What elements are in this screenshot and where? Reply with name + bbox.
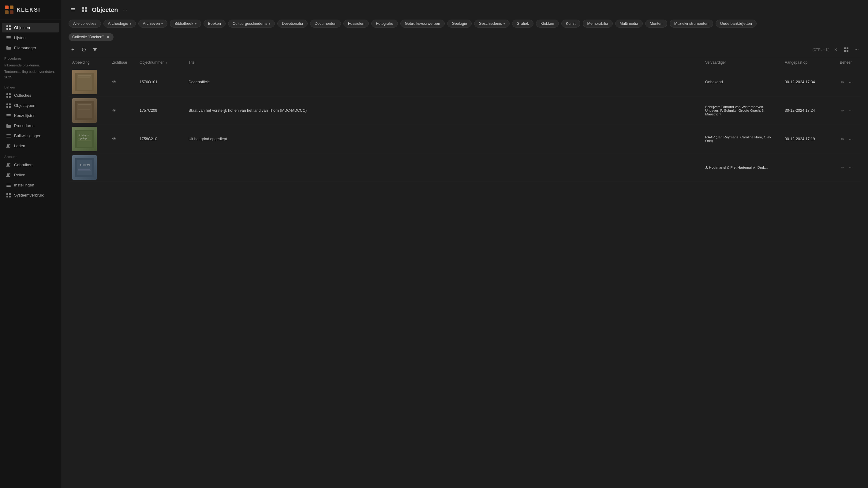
sidebar-item-collecties[interactable]: Collecties — [2, 91, 59, 100]
svg-rect-43 — [82, 10, 84, 12]
active-filter-tag[interactable]: Collectie "Boeken" ✕ — [68, 33, 114, 41]
row-more-button[interactable]: ⋯ — [847, 107, 854, 114]
col-header-objectnummer[interactable]: Objectnummer ↑ — [136, 57, 185, 68]
chip-alle-collecties[interactable]: Alle collecties — [68, 20, 101, 28]
chip-muziekinstrumenten[interactable]: Muziekinstrumenten — [670, 20, 713, 28]
sidebar-item-filemanager[interactable]: Filemanager — [2, 43, 59, 53]
edit-button[interactable]: ✏ — [840, 79, 846, 86]
hamburger-icon — [70, 7, 75, 12]
sidebar-item-systeemverbruik-label: Systeemverbruik — [14, 193, 44, 197]
aangepast-cell: 30-12-2024 17:24 — [781, 96, 836, 125]
row-more-button[interactable]: ⋯ — [847, 164, 854, 171]
chevron-down-icon: ▾ — [161, 22, 163, 25]
beheer-cell: ✏ ⋯ — [840, 135, 857, 143]
svg-rect-45 — [844, 48, 846, 49]
chip-gebruiksvoorwerpen[interactable]: Gebruiksvoorwerpen — [400, 20, 445, 28]
vervaardiger-cell: J. Houtmartel & Piet Hartemaink. Druk... — [702, 153, 781, 182]
chip-multimedia[interactable]: Multimedia — [615, 20, 643, 28]
active-filter-label: Collectie "Boeken" — [72, 35, 104, 39]
chip-munten[interactable]: Munten — [645, 20, 667, 28]
svg-rect-56 — [77, 103, 92, 118]
page-options-button[interactable]: ⋯ — [122, 7, 127, 13]
add-object-button[interactable]: + — [68, 45, 77, 54]
sidebar-item-objecten[interactable]: Objecten — [2, 23, 59, 32]
edit-button[interactable]: ✏ — [840, 164, 846, 171]
chevron-down-icon: ▾ — [269, 22, 270, 25]
svg-text:opgediept: opgediept — [78, 137, 87, 140]
grid-view-toggle[interactable] — [80, 5, 89, 14]
table-row[interactable]: Uit het grind opgediept 👁 1758C210 Uit h… — [68, 125, 861, 153]
account-section-label: Account — [0, 151, 61, 160]
svg-rect-44 — [85, 10, 87, 12]
grid-layout-button[interactable] — [842, 45, 850, 54]
svg-rect-22 — [6, 134, 11, 135]
table-row[interactable]: THORN J. Houtmartel & Piet Hartemaink. D… — [68, 153, 861, 182]
sidebar-item-gebruikers[interactable]: Gebruikers — [2, 160, 59, 170]
vervaardiger-cell: RAAP (Jan Roymans, Caroline Hom, Olav Od… — [702, 125, 781, 153]
chip-devotionalia[interactable]: Devotionalia — [277, 20, 308, 28]
row-more-button[interactable]: ⋯ — [847, 79, 854, 86]
svg-rect-73 — [78, 171, 91, 171]
sidebar-item-procedures[interactable]: Procedures — [2, 121, 59, 131]
svg-rect-61 — [78, 109, 90, 110]
procedure-item-1[interactable]: Inkomende bruiklenen. — [4, 62, 57, 68]
chip-cultuurgeschiedenis[interactable]: Cultuurgeschiedenis ▾ — [228, 20, 275, 28]
objectnummer-cell: 1576O101 — [136, 68, 185, 96]
sidebar-item-rollen[interactable]: Rollen — [2, 170, 59, 180]
col-header-aangepast-op: Aangepast op — [781, 57, 836, 68]
clear-search-button[interactable]: ✕ — [832, 45, 840, 54]
sidebar-item-keuzelijsten[interactable]: Keuzelijsten — [2, 111, 59, 121]
aangepast-cell: 30-12-2024 17:34 — [781, 68, 836, 96]
sidebar-item-leden[interactable]: Leden — [2, 141, 59, 151]
remove-filter-icon[interactable]: ✕ — [106, 35, 110, 39]
chip-fossielen[interactable]: Fossielen — [343, 20, 369, 28]
sidebar-item-objecttypen[interactable]: Objecttypen — [2, 101, 59, 111]
filter-button[interactable] — [91, 45, 99, 54]
objectnummer-cell: 1757C209 — [136, 96, 185, 125]
sidebar-item-instellingen[interactable]: Instellingen — [2, 180, 59, 190]
edit-button[interactable]: ✏ — [840, 135, 846, 143]
col-header-afbeelding: Afbeelding — [68, 57, 108, 68]
leden-icon — [6, 144, 11, 149]
svg-rect-57 — [78, 104, 91, 105]
chip-fotografie[interactable]: Fotografie — [371, 20, 398, 28]
svg-rect-11 — [6, 93, 8, 95]
sidebar-item-bulkwijzigingen[interactable]: Bulkwijzigingen — [2, 131, 59, 141]
chip-documenten-label: Documenten — [315, 22, 336, 26]
table-row[interactable]: 👁 1757C209 Staat van het vorstelijk hof … — [68, 96, 861, 125]
chip-oude-bankbiljetten[interactable]: Oude bankbiljetten — [716, 20, 756, 28]
vervaardiger-cell: Onbekend — [702, 68, 781, 96]
svg-rect-33 — [6, 186, 11, 187]
row-more-button[interactable]: ⋯ — [847, 135, 854, 143]
svg-point-25 — [7, 144, 9, 146]
logo: KLEKSI — [0, 0, 61, 20]
table-row[interactable]: 👁 1576O101 Dodenofficie Onbekend 30-12-2… — [68, 68, 861, 96]
chip-documenten[interactable]: Documenten — [310, 20, 341, 28]
hamburger-button[interactable] — [68, 5, 77, 14]
chip-memorabilia[interactable]: Memorabilia — [583, 20, 613, 28]
instellingen-icon — [6, 183, 11, 188]
sidebar-item-systeemverbruik[interactable]: Systeemverbruik — [2, 190, 59, 200]
chip-klokken[interactable]: Klokken — [536, 20, 559, 28]
svg-rect-52 — [78, 77, 91, 77]
chip-geschiedenis[interactable]: Geschiedenis ▾ — [474, 20, 509, 28]
chip-archeologie-label: Archeologie — [108, 22, 128, 26]
svg-rect-5 — [9, 25, 11, 27]
chip-kunst[interactable]: Kunst — [561, 20, 580, 28]
book-thumbnail-1 — [75, 73, 94, 91]
chip-boeken[interactable]: Boeken — [204, 20, 225, 28]
edit-button[interactable]: ✏ — [840, 107, 846, 114]
chip-archeologie[interactable]: Archeologie ▾ — [103, 20, 136, 28]
sidebar-nav: Objecten Lijsten Filemanager Procedures … — [0, 20, 61, 488]
sidebar-item-lijsten[interactable]: Lijsten — [2, 33, 59, 42]
chip-archieven[interactable]: Archieven ▾ — [138, 20, 168, 28]
chip-bibliotheek[interactable]: Bibliotheek ▾ — [170, 20, 201, 28]
sidebar-item-leden-label: Leden — [14, 144, 25, 148]
chip-geologie[interactable]: Geologie — [447, 20, 472, 28]
svg-text:THORN: THORN — [80, 163, 90, 166]
svg-rect-41 — [82, 7, 84, 9]
procedure-item-2[interactable]: Tentoonstelling bodemvondsten. 2025 — [4, 68, 57, 81]
chip-grafiek[interactable]: Grafiek — [512, 20, 533, 28]
more-options-button[interactable]: ⋯ — [853, 45, 861, 54]
history-button[interactable] — [80, 45, 88, 54]
